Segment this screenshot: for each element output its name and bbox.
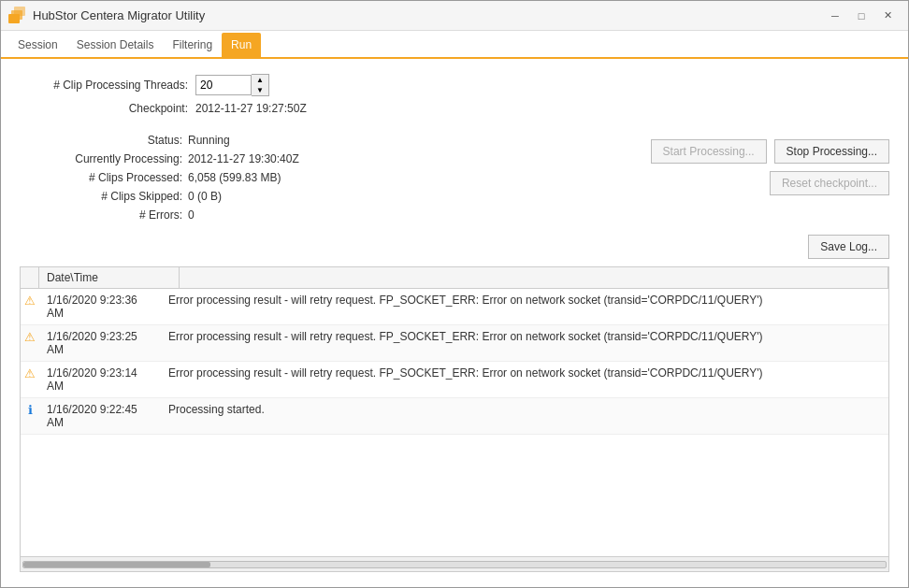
horizontal-scrollbar[interactable]	[21, 556, 888, 571]
minimize-button[interactable]: ─	[822, 6, 848, 26]
log-date: 1/16/2020 9:23:25 AM	[39, 328, 161, 358]
warning-icon: ⚠	[21, 292, 39, 309]
log-message: Error processing result - will retry req…	[161, 292, 888, 308]
svg-rect-2	[14, 7, 25, 16]
spinbox-up-button[interactable]: ▲	[252, 75, 268, 85]
menu-bar: Session Session Details Filtering Run	[1, 31, 908, 59]
log-body[interactable]: ⚠1/16/2020 9:23:36 AMError processing re…	[21, 289, 888, 556]
clips-processed-value: 6,058 (599.83 MB)	[188, 171, 281, 184]
tab-session-details[interactable]: Session Details	[67, 33, 164, 57]
tab-run[interactable]: Run	[222, 33, 261, 57]
window-title: HubStor Centera Migrator Utility	[33, 8, 822, 22]
log-row: ⚠1/16/2020 9:23:25 AMError processing re…	[21, 325, 888, 362]
log-row: ⚠1/16/2020 9:23:14 AMError processing re…	[21, 362, 888, 398]
tab-session[interactable]: Session	[8, 33, 67, 57]
start-processing-button[interactable]: Start Processing...	[651, 139, 767, 164]
log-header: Date\Time	[21, 267, 888, 289]
window-controls: ─ □ ✕	[822, 6, 901, 26]
threads-label: # Clip Processing Threads:	[20, 79, 188, 92]
log-date-header: Date\Time	[39, 267, 180, 288]
threads-spinbox: ▲ ▼	[195, 74, 269, 96]
log-date: 1/16/2020 9:23:14 AM	[39, 365, 161, 394]
clips-processed-row: # Clips Processed: 6,058 (599.83 MB)	[20, 171, 889, 184]
app-icon	[8, 7, 27, 25]
main-window: HubStor Centera Migrator Utility ─ □ ✕ S…	[0, 0, 909, 588]
errors-value: 0	[188, 208, 195, 222]
clips-processed-label: # Clips Processed:	[20, 171, 188, 184]
checkpoint-label: Checkpoint:	[20, 102, 188, 115]
log-date: 1/16/2020 9:22:45 AM	[39, 401, 161, 431]
status-value: Running	[188, 134, 230, 147]
stop-processing-button[interactable]: Stop Processing...	[774, 139, 889, 164]
title-bar: HubStor Centera Migrator Utility ─ □ ✕	[1, 1, 908, 31]
clips-skipped-row: # Clips Skipped: 0 (0 B)	[20, 190, 889, 203]
maximize-button[interactable]: □	[848, 6, 874, 26]
clips-skipped-label: # Clips Skipped:	[20, 190, 188, 203]
save-log-button[interactable]: Save Log...	[808, 235, 889, 259]
reset-checkpoint-button[interactable]: Reset checkpoint...	[770, 171, 889, 195]
checkpoint-row: Checkpoint: 2012-11-27 19:27:50Z	[20, 102, 889, 115]
warning-icon: ⚠	[21, 328, 39, 346]
tab-filtering[interactable]: Filtering	[163, 33, 222, 57]
scrollbar-thumb[interactable]	[23, 562, 210, 567]
threads-input[interactable]	[195, 75, 252, 95]
log-message: Error processing result - will retry req…	[161, 365, 888, 381]
log-message: Processing started.	[161, 401, 888, 418]
save-log-area: Save Log...	[20, 235, 889, 259]
threads-row: # Clip Processing Threads: ▲ ▼	[20, 74, 889, 96]
errors-row: # Errors: 0	[20, 208, 889, 222]
spinbox-down-button[interactable]: ▼	[252, 85, 268, 95]
log-row: ℹ1/16/2020 9:22:45 AMProcessing started.	[21, 398, 888, 435]
clips-skipped-value: 0 (0 B)	[188, 190, 222, 203]
status-label: Status:	[20, 134, 188, 147]
action-buttons: Start Processing... Stop Processing...	[651, 139, 889, 164]
log-section: Date\Time ⚠1/16/2020 9:23:36 AMError pro…	[20, 266, 889, 572]
icon-col-header	[21, 267, 39, 288]
checkpoint-value: 2012-11-27 19:27:50Z	[195, 102, 307, 115]
currently-processing-value: 2012-11-27 19:30:40Z	[188, 152, 299, 165]
errors-label: # Errors:	[20, 208, 188, 222]
log-row: ⚠1/16/2020 9:23:36 AMError processing re…	[21, 289, 888, 325]
log-date: 1/16/2020 9:23:36 AM	[39, 292, 161, 322]
warning-icon: ⚠	[21, 365, 39, 382]
currently-processing-label: Currently Processing:	[20, 152, 188, 165]
main-content: # Clip Processing Threads: ▲ ▼ Checkpoin…	[1, 59, 908, 587]
log-msg-header	[180, 267, 888, 288]
scrollbar-track[interactable]	[22, 561, 887, 568]
reset-area: Reset checkpoint...	[770, 171, 889, 195]
close-button[interactable]: ✕	[874, 6, 901, 26]
log-message: Error processing result - will retry req…	[161, 328, 888, 345]
spinbox-buttons: ▲ ▼	[252, 74, 269, 96]
info-icon: ℹ	[21, 401, 39, 419]
